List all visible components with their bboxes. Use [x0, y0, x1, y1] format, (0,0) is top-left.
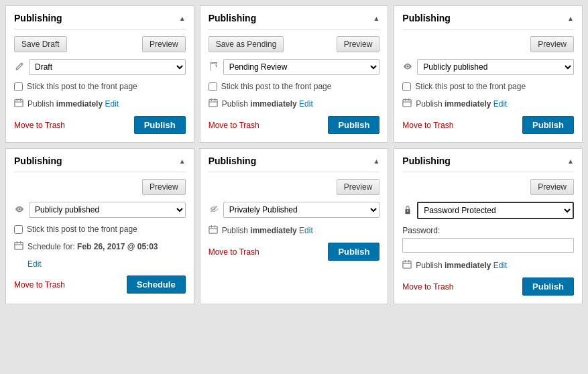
move-to-trash-link[interactable]: Move to Trash [209, 121, 259, 130]
card-title: Publishing▲ [14, 155, 186, 172]
move-to-trash-link[interactable]: Move to Trash [402, 282, 453, 292]
publish-timing-row: Publish immediately Edit [209, 225, 380, 236]
edit-publish-link[interactable]: Edit [105, 99, 119, 109]
sticky-label: Stick this post to the front page [27, 225, 137, 234]
preview-button[interactable]: Preview [337, 179, 380, 195]
button-row: Preview [209, 179, 380, 195]
sticky-checkbox[interactable] [209, 82, 217, 91]
eye-icon [402, 62, 413, 73]
status-row: DraftPending ReviewPublicly publishedPri… [209, 202, 380, 218]
edit-publish-link[interactable]: Edit [493, 261, 508, 270]
publish-button[interactable]: Publish [328, 116, 379, 134]
svg-rect-1 [209, 100, 217, 107]
card-title: Publishing▲ [402, 13, 574, 29]
eye-slash-icon [209, 204, 219, 216]
card-title: Publishing▲ [402, 155, 574, 172]
publish-timing-row: Schedule for: Feb 26, 2017 @ 05:03 [14, 241, 186, 252]
flag-icon [209, 62, 219, 73]
status-select[interactable]: DraftPending ReviewPublicly publishedPri… [223, 59, 380, 75]
publish-timing-row: Publish immediately Edit [402, 98, 574, 109]
publishing-card-5: Publishing▲PreviewDraftPending ReviewPub… [200, 148, 389, 304]
sticky-checkbox[interactable] [14, 82, 23, 91]
svg-rect-2 [403, 100, 411, 107]
edit-publish-link[interactable]: Edit [299, 226, 313, 235]
collapse-icon[interactable]: ▲ [567, 15, 574, 22]
card-title: Publishing▲ [209, 155, 380, 172]
collapse-icon[interactable]: ▲ [567, 158, 574, 165]
password-input[interactable] [402, 238, 574, 253]
move-to-trash-link[interactable]: Move to Trash [14, 121, 65, 130]
collapse-icon[interactable]: ▲ [373, 158, 379, 165]
status-select[interactable]: DraftPending ReviewPublicly publishedPri… [223, 202, 380, 218]
card-title: Publishing▲ [14, 13, 186, 29]
status-row: DraftPending ReviewPublicly publishedPri… [402, 202, 574, 219]
preview-button[interactable]: Preview [142, 179, 186, 195]
publishing-card-6: Publishing▲PreviewDraftPending ReviewPub… [394, 148, 583, 304]
button-row: Preview [402, 36, 574, 52]
edit-publish-link[interactable]: Edit [493, 99, 508, 109]
calendar-icon [402, 98, 412, 109]
action-row: Move to TrashPublish [402, 277, 574, 296]
action-row: Move to TrashPublish [209, 116, 380, 134]
preview-button[interactable]: Preview [530, 179, 574, 195]
preview-button[interactable]: Preview [337, 36, 380, 52]
status-select[interactable]: DraftPending ReviewPublicly publishedPri… [417, 202, 574, 219]
action-row: Move to TrashPublish [209, 243, 380, 261]
move-to-trash-link[interactable]: Move to Trash [209, 247, 259, 257]
sticky-checkbox-row: Stick this post to the front page [209, 82, 380, 91]
status-select[interactable]: DraftPending ReviewPublicly publishedPri… [29, 59, 186, 75]
sticky-label: Stick this post to the front page [221, 82, 332, 91]
move-to-trash-link[interactable]: Move to Trash [14, 280, 65, 290]
sticky-checkbox-row: Stick this post to the front page [402, 82, 574, 91]
button-row: Preview [14, 179, 186, 195]
sticky-label: Stick this post to the front page [27, 82, 137, 91]
publish-timing-row: Publish immediately Edit [14, 98, 186, 109]
publish-timing-text: Publish immediately Edit [416, 261, 507, 270]
publish-button[interactable]: Publish [328, 243, 379, 261]
edit-publish-link[interactable]: Edit [27, 259, 42, 269]
button-row: Save DraftPreview [14, 36, 186, 52]
publish-timing-row: Publish immediately Edit [209, 98, 380, 109]
sticky-checkbox[interactable] [402, 82, 411, 91]
collapse-icon[interactable]: ▲ [179, 15, 186, 22]
publishing-card-2: Publishing▲Save as PendingPreviewDraftPe… [200, 5, 389, 143]
schedule-button[interactable]: Schedule [127, 275, 186, 294]
lock-icon [402, 205, 413, 216]
svg-rect-3 [15, 243, 23, 250]
collapse-icon[interactable]: ▲ [179, 158, 186, 165]
save-draft-button[interactable]: Save Draft [14, 36, 67, 52]
save-draft-button[interactable]: Save as Pending [209, 36, 284, 52]
schedule-for-label: Schedule for: Feb 26, 2017 @ 05:03 [27, 242, 158, 251]
password-label: Password: [402, 226, 574, 235]
eye-icon [14, 204, 25, 216]
calendar-icon [14, 98, 23, 109]
publish-timing-text: Publish immediately Edit [222, 226, 313, 235]
sticky-checkbox[interactable] [14, 225, 23, 234]
publish-timing-text: Schedule for: Feb 26, 2017 @ 05:03 [27, 242, 158, 251]
calendar-icon [402, 259, 412, 271]
action-row: Move to TrashSchedule [14, 275, 186, 294]
calendar-icon [14, 241, 23, 252]
publish-timing-row: Publish immediately Edit [402, 259, 574, 271]
move-to-trash-link[interactable]: Move to Trash [402, 121, 453, 130]
status-row: DraftPending ReviewPublicly publishedPri… [402, 59, 574, 75]
publish-button[interactable]: Publish [522, 116, 574, 134]
publish-timing-text: Publish immediately Edit [222, 99, 313, 109]
preview-button[interactable]: Preview [530, 36, 574, 52]
svg-rect-0 [15, 100, 23, 107]
status-select[interactable]: DraftPending ReviewPublicly publishedPri… [29, 202, 186, 218]
sticky-label: Stick this post to the front page [415, 82, 526, 91]
action-row: Move to TrashPublish [402, 116, 574, 134]
publish-button[interactable]: Publish [522, 277, 574, 296]
edit-publish-link[interactable]: Edit [299, 99, 313, 109]
preview-button[interactable]: Preview [142, 36, 186, 52]
publish-button[interactable]: Publish [134, 116, 186, 134]
button-row: Save as PendingPreview [209, 36, 380, 52]
sticky-checkbox-row: Stick this post to the front page [14, 225, 186, 234]
calendar-icon [209, 225, 218, 236]
status-row: DraftPending ReviewPublicly publishedPri… [14, 202, 186, 218]
collapse-icon[interactable]: ▲ [373, 15, 379, 22]
button-row: Preview [402, 179, 574, 195]
status-select[interactable]: DraftPending ReviewPublicly publishedPri… [417, 59, 574, 75]
publishing-card-4: Publishing▲PreviewDraftPending ReviewPub… [5, 148, 194, 304]
